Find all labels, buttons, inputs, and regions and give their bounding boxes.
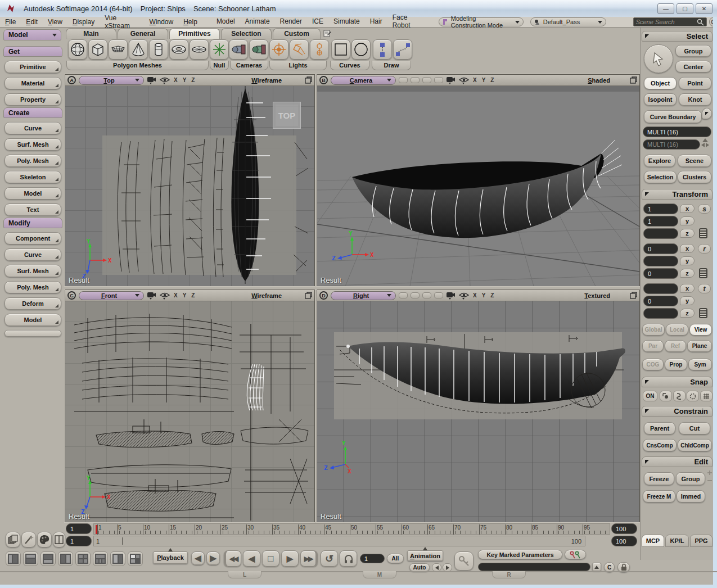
modify-curve-button[interactable]: Curve	[4, 248, 61, 261]
axis-z-toggle[interactable]: Z	[190, 77, 196, 83]
pass-dropdown[interactable]: Default_Pass	[530, 17, 606, 26]
translate-mode-button[interactable]: t	[698, 284, 711, 293]
clusters-button[interactable]: Clusters	[678, 171, 711, 183]
menu-hair[interactable]: Hair	[365, 17, 387, 27]
primitive-sphere-button[interactable]	[68, 39, 87, 60]
translate-x-field[interactable]	[643, 283, 678, 294]
layers-button[interactable]	[6, 532, 20, 548]
menu-display[interactable]: Display	[67, 18, 100, 26]
curve-square-button[interactable]	[331, 39, 350, 60]
rotate-mode-button[interactable]: r	[698, 244, 711, 254]
tab-mcp[interactable]: MCP	[642, 535, 664, 547]
eye-visibility-icon[interactable]	[160, 76, 170, 84]
select-arrow-tool-button[interactable]	[644, 44, 673, 73]
select-group-button[interactable]: Group	[675, 45, 711, 57]
camera-ortho-button[interactable]	[249, 39, 268, 60]
display-mode-dropdown[interactable]: Textured	[584, 292, 610, 299]
edit-freeze-button[interactable]: Freeze	[644, 472, 674, 485]
viewport-a-canvas[interactable]: Y X Z TOP Result	[65, 86, 314, 286]
camera-menu-icon[interactable]	[446, 292, 456, 300]
primitive-cylinder-button[interactable]	[149, 39, 168, 60]
stop-button[interactable]: □	[262, 550, 279, 567]
close-button[interactable]: ✕	[696, 3, 713, 14]
slider-expand-button[interactable]	[592, 563, 601, 571]
display-mode-dropdown[interactable]: Shaded	[588, 77, 610, 84]
axis-x-toggle[interactable]: X	[472, 292, 478, 298]
eye-visibility-icon[interactable]	[459, 292, 469, 300]
playback-menu-button[interactable]: Playback	[153, 551, 188, 564]
draw-linear-button[interactable]	[373, 39, 392, 60]
axis-y-toggle[interactable]: Y	[182, 77, 188, 83]
current-frame-field[interactable]: 1	[360, 554, 385, 563]
split-view-button[interactable]	[53, 532, 65, 548]
constrain-parent-button[interactable]: Parent	[644, 422, 675, 435]
rotate-x-field[interactable]: 0	[643, 243, 678, 254]
axis-y-toggle[interactable]: Y	[182, 292, 188, 298]
layout-preset-1[interactable]	[6, 551, 21, 566]
modify-deform-button[interactable]: Deform	[4, 297, 61, 310]
modify-model-button[interactable]: Model	[4, 314, 61, 326]
translate-y-field[interactable]: 0	[643, 296, 678, 306]
curve-circle-button[interactable]	[351, 39, 371, 60]
auto-prev-button[interactable]	[432, 563, 441, 572]
resize-viewport-icon[interactable]	[305, 76, 312, 84]
loop-button[interactable]: ↺	[321, 550, 338, 567]
snap-section-header[interactable]: Snap	[642, 377, 713, 387]
eye-visibility-icon[interactable]	[459, 76, 469, 84]
memo-cam-button-3[interactable]	[422, 292, 431, 298]
primitive-cone-button[interactable]	[129, 39, 148, 60]
scale-options-icon[interactable]	[699, 228, 707, 238]
edit-group-button[interactable]: Group	[676, 472, 705, 485]
rotate-z-axis-button[interactable]: z	[680, 269, 695, 278]
constrain-chldcomp-button[interactable]: ChldComp	[678, 439, 712, 451]
light-spot-button[interactable]	[290, 39, 309, 60]
translate-x-axis-button[interactable]: x	[680, 284, 695, 293]
viewport-c-view-dropdown[interactable]: Front	[79, 291, 144, 300]
filter-object-button[interactable]: Object	[644, 77, 677, 89]
resize-viewport-icon[interactable]	[305, 292, 312, 299]
memo-cam-button-3[interactable]	[422, 77, 431, 83]
display-mode-dropdown[interactable]: Wireframe	[251, 77, 282, 84]
palette-button[interactable]	[37, 532, 52, 548]
selection-field-secondary[interactable]: MULTI (16)	[643, 139, 700, 150]
selection-button[interactable]: Selection	[644, 171, 677, 183]
resize-viewport-icon[interactable]	[630, 292, 637, 299]
axis-z-toggle[interactable]: Z	[489, 292, 495, 298]
viewport-b[interactable]: B Camera X Y Z Shaded	[317, 74, 640, 286]
frame-step-back-button[interactable]: ◀	[191, 551, 205, 565]
menu-help[interactable]: Help	[178, 18, 202, 26]
camera-menu-icon[interactable]	[446, 76, 456, 84]
rotate-y-field[interactable]	[643, 256, 678, 266]
range-start-field[interactable]: 1	[66, 536, 92, 546]
layout-preset-8[interactable]	[128, 551, 143, 566]
filter-curve-boundary-button[interactable]: Curve Boundary	[644, 110, 702, 123]
range-handle[interactable]	[122, 537, 123, 545]
scale-mode-button[interactable]: s	[698, 204, 711, 214]
marked-keys-button[interactable]	[565, 550, 586, 559]
memo-cam-button-1[interactable]	[399, 292, 408, 298]
layout-preset-3[interactable]	[40, 551, 56, 566]
prop-button[interactable]: Prop	[665, 359, 687, 370]
viewport-d-view-dropdown[interactable]: Right	[331, 291, 396, 300]
refmode-par-button[interactable]: Par	[642, 340, 664, 352]
timeline-end-field[interactable]: 100	[611, 523, 637, 534]
edit-immed-button[interactable]: Immed	[677, 490, 705, 503]
rotate-z-field[interactable]: 0	[643, 268, 678, 279]
rotate-options-icon[interactable]	[699, 268, 707, 278]
snap-on-button[interactable]: ON	[643, 391, 657, 401]
refmode-global-button[interactable]: Global	[642, 324, 665, 336]
tab-primitives[interactable]: Primitives	[169, 28, 220, 39]
range-slider[interactable]: 1 100	[93, 536, 585, 546]
get-property-button[interactable]: Property	[4, 93, 61, 106]
translate-z-field[interactable]	[643, 308, 678, 319]
viewport-letter-badge[interactable]: C	[67, 291, 76, 300]
filter-point-button[interactable]: Point	[679, 77, 711, 89]
play-button[interactable]: ▶	[281, 550, 299, 567]
axis-y-toggle[interactable]: Y	[481, 292, 487, 298]
scale-x-axis-button[interactable]: x	[680, 204, 695, 213]
construction-mode-dropdown[interactable]: Modeling Construction Mode	[439, 17, 524, 26]
viewport-letter-badge[interactable]: D	[319, 291, 328, 300]
viewport-c[interactable]: C Front X Y Z Wireframe	[65, 290, 315, 522]
layout-preset-7[interactable]	[110, 551, 125, 566]
group-plus-minus-icons[interactable]	[706, 469, 713, 485]
